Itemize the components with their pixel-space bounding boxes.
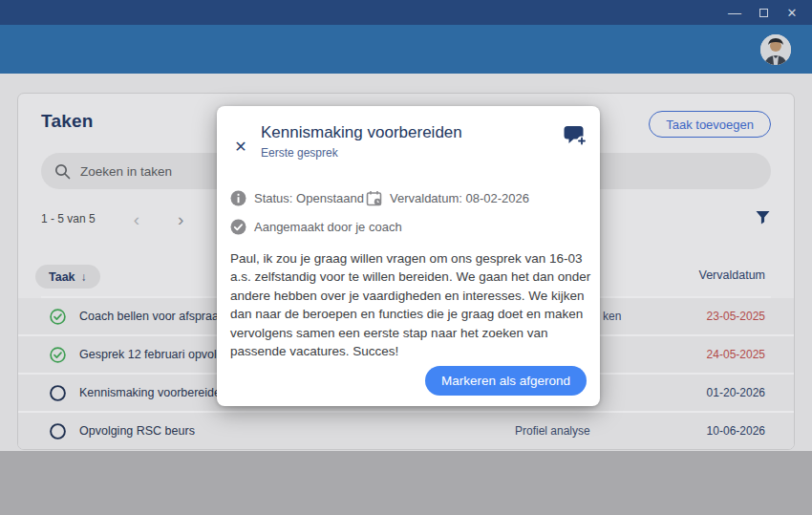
task-category: Profiel analyse — [515, 424, 590, 438]
prev-page-button[interactable]: ‹ — [128, 210, 145, 228]
task-due-date: 23-05-2025 — [707, 310, 765, 323]
created-by-row: Aangemaakt door je coach — [230, 219, 402, 235]
task-title: Opvolging RSC beurs — [79, 424, 195, 438]
add-comment-button[interactable] — [564, 125, 587, 149]
user-photo-icon — [760, 34, 791, 65]
check-circle-icon — [230, 219, 246, 235]
search-icon — [54, 163, 71, 180]
sort-task-column-button[interactable]: Taak ↓ — [35, 265, 100, 289]
modal-subtitle: Eerste gesprek — [261, 146, 462, 160]
description-line: passende vacatures. Succes! — [230, 342, 591, 360]
task-detail-modal: ✕ Kennismaking voorbereiden Eerste gespr… — [217, 106, 600, 406]
minimize-icon: — — [728, 9, 741, 16]
description-line: dan naar de beroepen en functies die je … — [230, 305, 591, 323]
chat-add-icon — [564, 125, 587, 146]
task-open-icon — [50, 385, 66, 401]
task-due-date: 10-06-2026 — [707, 424, 765, 438]
task-description: Paul, ik zou je graag willen vragen om o… — [230, 249, 591, 360]
filter-funnel-icon — [755, 209, 771, 225]
task-due-date: 24-05-2025 — [707, 348, 765, 361]
description-line: Paul, ik zou je graag willen vragen om o… — [230, 249, 591, 268]
description-line: a.s. zelfstandig voor te willen bereiden… — [230, 268, 591, 286]
minimize-button[interactable]: — — [724, 3, 745, 22]
task-open-icon — [50, 423, 66, 440]
calendar-icon — [366, 190, 382, 206]
sort-descending-icon: ↓ — [81, 270, 87, 284]
maximize-button[interactable] — [753, 3, 774, 22]
mark-complete-button[interactable]: Markeren als afgerond — [425, 366, 587, 396]
add-task-button[interactable]: Taak toevoegen — [649, 111, 771, 138]
task-done-icon — [50, 309, 66, 325]
task-done-icon — [50, 347, 66, 363]
info-icon — [230, 190, 246, 206]
task-category: ken — [603, 310, 621, 323]
maximize-icon — [759, 9, 768, 17]
due-column-label: Vervaldatum — [699, 268, 765, 282]
page-title: Taken — [41, 111, 94, 132]
modal-title: Kennismaking voorbereiden — [261, 123, 462, 142]
filter-button[interactable] — [755, 209, 771, 228]
table-row[interactable]: Opvolging RSC beurs Profiel analyse 10-0… — [18, 413, 794, 449]
close-window-button[interactable]: ✕ — [781, 3, 802, 22]
due-date-row: Vervaldatum: 08-02-2026 — [366, 190, 529, 206]
status-row: Status: Openstaand — [230, 190, 364, 206]
modal-header: Kennismaking voorbereiden Eerste gesprek — [261, 123, 462, 160]
next-page-button[interactable]: › — [172, 210, 189, 228]
task-title: Coach bellen voor afspraak — [79, 310, 224, 323]
close-modal-button[interactable]: ✕ — [228, 134, 253, 159]
description-line: vervolgens samen een eerste stap naar he… — [230, 324, 591, 342]
task-due-date: 01-20-2026 — [707, 386, 765, 399]
created-by-label: Aangemaakt door je coach — [254, 220, 402, 234]
pagination-range: 1 - 5 van 5 — [41, 212, 96, 225]
app-header — [0, 25, 812, 74]
due-date-label: Vervaldatum: 08-02-2026 — [390, 191, 529, 205]
task-column-label: Taak — [49, 270, 75, 284]
close-window-icon: ✕ — [787, 6, 798, 20]
window-titlebar: — ✕ — [0, 0, 812, 25]
status-label: Status: Openstaand — [254, 191, 364, 205]
description-line: andere hebben over je vaardigheden en in… — [230, 287, 591, 305]
user-avatar[interactable] — [760, 34, 791, 65]
